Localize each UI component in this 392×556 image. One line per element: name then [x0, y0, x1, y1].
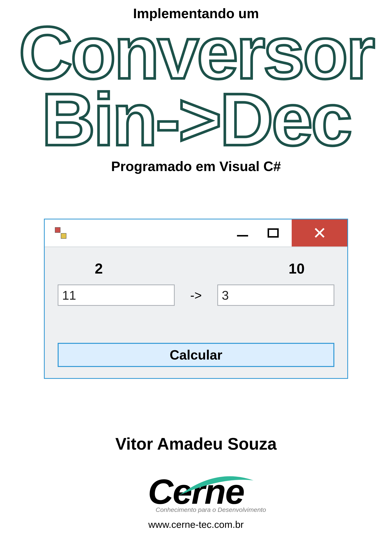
publisher-url: www.cerne-tec.com.br — [148, 519, 244, 530]
window-controls: ✕ — [230, 219, 347, 247]
window-titlebar: ✕ — [45, 219, 347, 247]
title-line-2: Bin->Dec — [42, 84, 351, 155]
label-base-10: 10 — [289, 260, 305, 277]
winforms-app-icon — [55, 227, 66, 239]
arrow-label: -> — [186, 288, 206, 302]
close-button[interactable]: ✕ — [292, 219, 347, 247]
subtitle: Programado em Visual C# — [111, 158, 281, 174]
book-cover: Implementando um Conversor Bin->Dec Prog… — [0, 0, 392, 556]
maximize-button[interactable] — [255, 219, 292, 247]
window-client-area: 2 10 11 -> 3 Calcular — [45, 247, 347, 378]
title-line-1: Conversor — [19, 18, 373, 88]
close-icon: ✕ — [313, 223, 327, 243]
calculate-button[interactable]: Calcular — [58, 343, 334, 367]
binary-input[interactable]: 11 — [58, 285, 175, 306]
swoosh-icon — [177, 475, 255, 497]
publisher-block: Cerne Conhecimento para o Desenvolviment… — [113, 474, 279, 530]
label-base-2: 2 — [95, 260, 103, 277]
publisher-logo: Cerne — [113, 474, 279, 509]
app-window: ✕ 2 10 11 -> 3 Calcular — [44, 219, 348, 379]
decimal-output[interactable]: 3 — [217, 285, 334, 306]
minimize-button[interactable] — [230, 219, 255, 247]
author-name: Vitor Amadeu Souza — [115, 434, 277, 454]
